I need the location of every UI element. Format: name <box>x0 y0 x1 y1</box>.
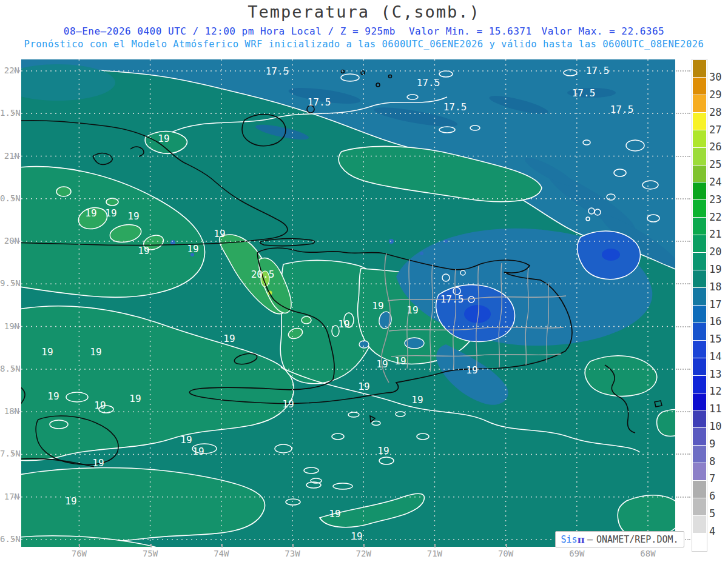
colorbar-cell <box>693 341 706 358</box>
contour-label: 17.5 <box>586 65 610 76</box>
colorbar-tick-label: 24 <box>709 176 721 188</box>
lon-axis-label: 75W <box>135 549 166 558</box>
contour-label: 19 <box>282 398 294 410</box>
colorbar-tick-label: 28 <box>709 106 721 118</box>
colorbar-cell <box>693 323 706 340</box>
contour-label: 17.5 <box>572 87 596 99</box>
lat-axis-tick <box>12 326 20 327</box>
contour-label: 19 <box>65 495 76 507</box>
value-max-text: Valor Max. = 22.6365 <box>542 25 665 37</box>
colorbar-cell <box>693 253 706 270</box>
contour-label: 19 <box>394 355 406 367</box>
contour-label: 19 <box>377 445 389 457</box>
contour-label: 19 <box>406 304 418 316</box>
colorbar-cell <box>693 288 706 305</box>
contour-label: 19 <box>138 245 149 256</box>
contour-label: 19 <box>411 394 423 406</box>
lat-axis-tick-right <box>676 70 690 72</box>
lat-axis-tick <box>12 283 20 284</box>
contour-label: 19 <box>192 446 204 457</box>
colorbar-cell <box>693 516 706 533</box>
colorbar-cell <box>693 428 706 445</box>
lat-axis-tick-right <box>676 156 690 157</box>
credit-box: Sisπ–ONAMET/REP.DOM. <box>555 531 684 547</box>
colorbar-cell <box>693 358 706 375</box>
contour-label: 19 <box>376 358 388 370</box>
colorbar-tick-label: 23 <box>709 193 721 206</box>
contour-label: 17.5 <box>266 65 289 77</box>
colorbar-tick-label: 25 <box>709 158 721 170</box>
contour-label: 19 <box>158 133 169 144</box>
colorbar-tick-label: 13 <box>709 368 721 380</box>
colorbar-tick-label: 7 <box>709 472 715 484</box>
colorbar-cell <box>693 498 706 515</box>
contour-label: 19 <box>85 207 96 219</box>
lon-axis-label: 74W <box>206 549 237 558</box>
contour-label: 19 <box>105 207 116 219</box>
colorbar-tick-label: 20 <box>709 246 721 258</box>
sis-logo-text: Sis <box>561 534 577 545</box>
contour-label: 19 <box>329 508 340 520</box>
contour-label: 19 <box>338 318 349 330</box>
contour-label: 19 <box>90 346 101 358</box>
contour-label: 19 <box>187 243 198 255</box>
lon-axis-label: 70W <box>491 549 521 558</box>
colorbar-cell <box>693 148 706 165</box>
colorbar-cell <box>693 166 706 182</box>
contour-label: 19 <box>372 300 383 312</box>
contour-label: 19 <box>358 381 369 392</box>
lat-axis-tick <box>12 156 20 157</box>
lat-axis-tick <box>12 198 20 199</box>
coldest-core <box>602 249 620 261</box>
contour-label: 19 <box>351 530 362 542</box>
colorbar-cell <box>693 95 706 112</box>
colorbar-cell <box>693 60 706 77</box>
lon-axis-label: 72W <box>348 549 379 558</box>
lon-axis-tick <box>506 544 507 547</box>
contour-label: 19 <box>214 228 225 239</box>
lon-axis-tick <box>79 544 80 547</box>
contour-label: 20.5 <box>251 269 275 280</box>
lat-axis-tick-right <box>676 369 690 370</box>
lat-axis-tick-right <box>676 411 690 412</box>
lon-axis-tick <box>292 544 294 547</box>
colorbar-cell <box>693 130 706 147</box>
colorbar-tick-label: 8 <box>709 455 715 467</box>
colorbar <box>692 59 707 552</box>
colorbar-tick-label: 12 <box>709 385 721 397</box>
colorbar-cell <box>693 200 706 217</box>
contour-label: 19 <box>92 457 104 469</box>
contour-label: 19 <box>180 434 192 446</box>
contour-label: 19 <box>94 400 106 411</box>
contour-label: 17.5 <box>443 101 467 113</box>
colorbar-cell <box>693 410 706 427</box>
colorbar-cell <box>693 534 706 550</box>
contour-label: 19 <box>47 390 59 402</box>
lon-axis-label: 73W <box>277 549 308 558</box>
lat-axis-tick <box>12 113 20 114</box>
colorbar-tick-label: 21 <box>709 228 721 240</box>
colorbar-tick-label: 22 <box>709 211 721 223</box>
lat-axis-tick-right <box>676 241 690 242</box>
lat-axis-tick-right <box>676 326 690 327</box>
subtitle-model-run: Pronóstico con el Modelo Atmósferico WRF… <box>0 39 728 50</box>
colorbar-cell <box>693 218 706 235</box>
colorbar-tick-label: 6 <box>709 490 715 502</box>
lon-axis-label: 76W <box>64 549 94 558</box>
lon-axis-label: 71W <box>419 549 450 558</box>
lon-axis-tick <box>363 544 365 547</box>
colorbar-tick-label: 27 <box>709 124 721 136</box>
lat-axis-tick <box>12 369 20 370</box>
map-canvas <box>21 59 675 547</box>
colorbar-tick-label: 4 <box>709 525 715 537</box>
credit-dash: – <box>585 534 596 545</box>
contour-label: 19 <box>41 346 53 358</box>
colorbar-tick-label: 15 <box>709 333 721 345</box>
forecast-figure: Temperatura (C,somb.) 08–Ene–2026 0400 U… <box>0 0 728 562</box>
credit-org-text: ONAMET/REP.DOM. <box>596 534 678 545</box>
contour-label: 17.5 <box>417 77 440 89</box>
lon-axis-tick <box>221 544 223 547</box>
colorbar-tick-label: 14 <box>709 350 721 363</box>
lon-axis-label: 68W <box>633 549 663 558</box>
lat-axis-tick-right <box>676 453 690 455</box>
